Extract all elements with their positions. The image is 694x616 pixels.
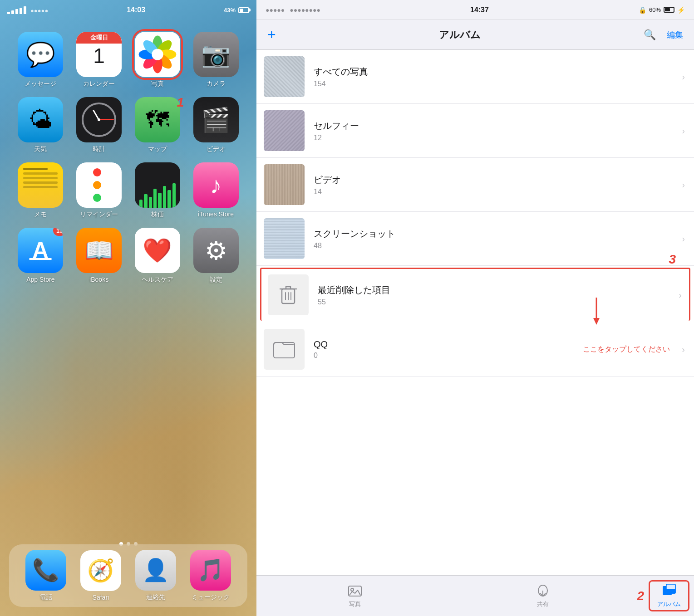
album-count-video: 14 (314, 188, 677, 196)
status-time-left: 14:03 (127, 6, 145, 14)
album-thumb-recently-deleted (268, 274, 309, 315)
nav-bar: + アルバム 🔍 編集 (256, 20, 694, 50)
app-settings[interactable]: ⚙ 設定 (189, 228, 243, 284)
app-camera[interactable]: 📷 カメラ (189, 32, 243, 88)
signal-dot-4 (20, 8, 22, 14)
app-notes[interactable]: メモ (14, 162, 68, 219)
album-count-selfie: 12 (314, 134, 677, 142)
app-weather[interactable]: 🌤 天気 (14, 97, 68, 153)
album-item-screenshot[interactable]: スクリーンショット 48 › (256, 212, 694, 266)
step-3-label: 3 (669, 252, 676, 267)
stock-bar-4 (153, 189, 157, 208)
dock-icon-phone: 📞 (25, 550, 66, 591)
album-item-qq[interactable]: QQ 0 ここをタップしてください › (256, 323, 694, 376)
app-icon-settings: ⚙ (193, 228, 239, 273)
stock-bar-6 (163, 186, 166, 208)
app-label-clock: 時計 (93, 145, 105, 153)
left-panel: ●●●●● 14:03 43% 💬 メッセージ 金曜日 1 (0, 0, 256, 616)
chevron-video: › (682, 180, 685, 190)
ibooks-inner: 📖 (76, 228, 122, 273)
app-ibooks[interactable]: 📖 iBooks (72, 228, 126, 284)
dock-label-music: ミュージック (192, 593, 230, 601)
album-info-selfie: セルフィー 12 (314, 120, 677, 142)
album-thumb-selfie (264, 110, 305, 151)
dock-phone[interactable]: 📞 電話 (25, 550, 66, 601)
app-icon-maps: 🗺 (135, 97, 180, 142)
app-calendar[interactable]: 金曜日 1 カレンダー (72, 32, 126, 88)
tab-photos[interactable]: 写真 (261, 583, 449, 608)
app-icon-weather: 🌤 (18, 97, 63, 142)
app-itunes[interactable]: ♪ iTunes Store (189, 162, 243, 219)
reminder-row-2 (93, 181, 105, 189)
album-count-screenshot: 48 (314, 242, 677, 250)
album-info-qq: QQ 0 (314, 339, 583, 360)
album-item-all-photos[interactable]: すべての写真 154 › (256, 50, 694, 104)
app-icon-calendar: 金曜日 1 (76, 32, 122, 77)
tab-albums[interactable]: アルバム (649, 580, 689, 611)
app-health[interactable]: ❤️ ヘルスケア (131, 228, 185, 284)
dock-icon-safari: 🧭 (80, 550, 121, 591)
app-photos[interactable]: 写真 (131, 32, 185, 88)
add-album-button[interactable]: + (267, 26, 276, 43)
stock-bar-7 (167, 190, 171, 208)
album-thumb-qq (264, 329, 305, 370)
album-info-all-photos: すべての写真 154 (314, 66, 677, 88)
step-1-label: 1 (177, 95, 184, 110)
album-thumb-screenshot (264, 218, 305, 259)
chevron-qq: › (682, 344, 685, 355)
app-label-appstore: App Store (26, 276, 54, 283)
album-list: すべての写真 154 › セルフィー 12 › ビデオ 14 (256, 50, 694, 575)
trash-icon (277, 284, 300, 306)
tap-instruction: ここをタップしてください (583, 345, 670, 354)
app-stocks[interactable]: 株価 (131, 162, 185, 219)
app-appstore[interactable]: A 13 App Store (14, 228, 68, 284)
lock-icon: 🔒 (639, 6, 646, 14)
app-icon-itunes: ♪ (193, 162, 239, 208)
tab-shared[interactable]: 共有 (449, 583, 637, 608)
app-icon-stocks (135, 162, 180, 208)
album-item-selfie[interactable]: セルフィー 12 › (256, 104, 694, 158)
reminder-dot-1 (93, 168, 101, 176)
notes-line-3 (23, 177, 58, 179)
album-item-recently-deleted[interactable]: 最近削除した項目 55 › (260, 268, 690, 321)
tab-label-shared: 共有 (537, 600, 549, 608)
edit-button[interactable]: 編集 (667, 29, 683, 40)
battery-icon-left (238, 7, 249, 13)
signal-bars-right: ●●●●● ●●●●●●●● (266, 6, 320, 14)
search-button[interactable]: 🔍 (644, 29, 656, 41)
battery-fill-right (665, 8, 670, 11)
dock-icon-contacts: 👤 (135, 550, 176, 591)
dock-safari[interactable]: 🧭 Safari (80, 550, 121, 601)
signal-dot-2 (11, 10, 14, 14)
nav-left: + (267, 26, 276, 43)
cal-date: 1 (93, 44, 105, 68)
app-label-photos: 写真 (151, 80, 164, 88)
signal-dot-3 (15, 9, 18, 14)
dock-music[interactable]: 🎵 ミュージック (190, 550, 231, 601)
battery-fill-left (240, 9, 243, 12)
app-videos[interactable]: 🎬 ビデオ (189, 97, 243, 153)
carrier-right: ●●●●● (266, 6, 285, 14)
page-title: アルバム (439, 28, 481, 42)
dock-contacts[interactable]: 👤 連絡先 (135, 550, 176, 601)
carrier-text: ●●●●● (30, 7, 48, 14)
notes-line-4 (23, 181, 58, 184)
album-count-all-photos: 154 (314, 80, 677, 88)
signal-dot-5 (24, 6, 26, 14)
dock-label-safari: Safari (93, 594, 109, 601)
album-name-qq: QQ (314, 339, 583, 350)
thumb-blur-3 (264, 164, 305, 205)
app-clock[interactable]: 時計 (72, 97, 126, 153)
chevron-all-photos: › (682, 72, 685, 82)
app-icon-camera: 📷 (193, 32, 239, 77)
app-messages[interactable]: 💬 メッセージ (14, 32, 68, 88)
album-item-video[interactable]: ビデオ 14 › (256, 158, 694, 212)
status-right-left: 43% (224, 7, 249, 14)
app-label-stocks: 株価 (151, 210, 164, 219)
clock-minute-hand (99, 119, 114, 120)
status-right-items: 🔒 60% ⚡ (639, 6, 685, 14)
app-label-camera: カメラ (207, 80, 226, 88)
battery-percent-right: 60% (649, 6, 661, 13)
svg-point-9 (152, 49, 163, 60)
app-reminders[interactable]: リマインダー (72, 162, 126, 219)
